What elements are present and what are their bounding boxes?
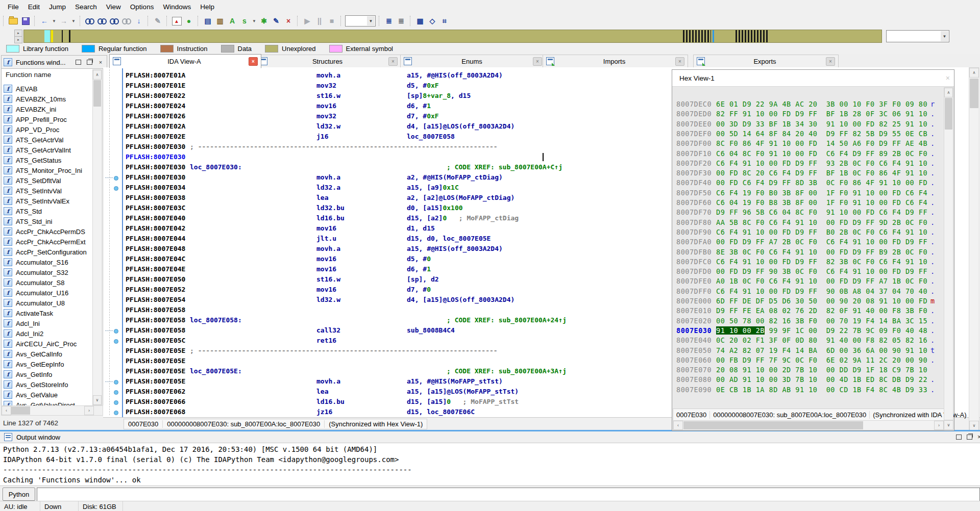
scroll-up-icon[interactable]: ∧ — [944, 88, 953, 97]
disassembly-line[interactable]: PFLASH:8007E034ld32.aa15, [a9]0x1C — [103, 183, 705, 193]
hex-horizontal-scrollbar[interactable]: ‹ › — [673, 420, 944, 430]
disassembly-line[interactable]: PFLASH:8007E058call32sub_8008B4C4 — [103, 325, 705, 336]
float-icon[interactable] — [967, 435, 972, 440]
undefine-icon[interactable]: × — [283, 15, 294, 27]
hex-row[interactable]: 8007DFA000 FD D9 FF A7 2B 0C F0 C6 F4 91… — [672, 237, 944, 247]
hex-row[interactable]: 8007DF3000 FD 8C 20 C6 F4 D9 FF BF 1B 0C… — [672, 168, 944, 178]
hex-row[interactable]: 8007DF008C F0 86 4F 91 10 00 FD 14 50 A6… — [672, 139, 944, 148]
function-item[interactable]: fAccumulator_S32 — [4, 267, 93, 277]
disassembly-line[interactable]: PFLASH:8007E05E — [103, 356, 705, 366]
close-icon[interactable]: × — [946, 74, 950, 82]
scroll-up-icon[interactable]: ∧ — [93, 70, 102, 80]
debugger-pause-icon[interactable]: || — [314, 15, 325, 27]
disassembly-line[interactable]: PFLASH:8007E030 — [103, 152, 705, 162]
hex-row[interactable]: 8007DEC06E 01 D9 22 9A 4B AC 20 3B 00 10… — [672, 99, 944, 109]
hex-row[interactable]: 8007E0006D FF DE DF D5 D6 30 50 00 90 20… — [672, 296, 944, 306]
function-item[interactable]: fAdcI_Ini — [4, 318, 93, 328]
function-item[interactable]: fAEVABZK_ini — [4, 104, 93, 114]
scrollbar-thumb[interactable] — [683, 421, 863, 429]
create-data-icon[interactable]: ▥ — [214, 15, 226, 27]
python-cli-input[interactable] — [37, 488, 980, 502]
tab-enums[interactable]: Enums× — [400, 55, 546, 68]
string-dropdown-icon[interactable]: ▼ — [251, 15, 257, 27]
disassembly-line[interactable]: PFLASH:8007E05Eloc_8007E05E:; CODE XREF:… — [103, 366, 705, 376]
disassembly-line[interactable]: PFLASH:8007E048movh.aa15, #@HIS(off_8003… — [103, 244, 705, 254]
functions-window-titlebar[interactable]: f Functions wind... × — [1, 55, 107, 69]
hex-row[interactable]: 8007E07020 08 91 10 00 2D 7B 10 00 DD D9… — [672, 365, 944, 375]
tab-close-icon[interactable]: × — [826, 57, 835, 66]
function-item[interactable]: fAirCECU_AirC_Proc — [4, 339, 93, 349]
function-item[interactable]: fAvs_GetCalInfo — [4, 349, 93, 359]
disassembly-line[interactable]: PFLASH:8007E062leaa15, [a15]@LOS(MoFAPP_… — [103, 387, 705, 397]
function-item[interactable]: fActivateTask — [4, 308, 93, 318]
disassembly-line[interactable]: PFLASH:8007E04Cmov16d5, #0 — [103, 254, 705, 264]
flow-chart-icon[interactable]: ◇ — [427, 15, 438, 27]
functions-column-header[interactable]: Function name — [6, 71, 51, 79]
disassembly-line[interactable]: PFLASH:8007E068jz16d15, loc_8007E06C — [103, 407, 705, 417]
open-file-icon[interactable] — [8, 15, 19, 27]
function-item[interactable]: fAvs_GetStoreInfo — [4, 379, 93, 390]
status-dropdown-icon[interactable]: ∨ — [934, 411, 943, 419]
disassembly-line[interactable]: PFLASH:8007E03Cld32.bud0, [a15]0x100 — [103, 203, 705, 213]
hex-row[interactable]: 8007DFB08E 3B 0C F0 C6 F4 91 10 00 FD D9… — [672, 247, 944, 257]
disassembly-line[interactable]: PFLASH:8007E04Emov16d6, #1 — [103, 264, 705, 274]
hex-row[interactable]: 8007DF60C6 04 19 F0 B8 3B 8F 00 1F F0 91… — [672, 198, 944, 208]
maximize-icon[interactable] — [956, 435, 962, 440]
save-file-icon[interactable] — [20, 15, 31, 27]
navigate-back-icon[interactable]: ← — [39, 15, 50, 27]
hex-row[interactable]: 8007DED082 FF 91 10 00 FD D9 FF BF 1B 28… — [672, 109, 944, 119]
scroll-down-icon[interactable]: ∨ — [944, 420, 953, 430]
hex-row[interactable]: 8007DF4000 FD C6 F4 D9 FF 8D 3B 0C F0 86… — [672, 178, 944, 188]
debugger-stop-icon[interactable]: ■ — [326, 15, 337, 27]
function-item[interactable]: fAdcI_Ini2 — [4, 328, 93, 339]
hex-row[interactable]: 8007E03091 10 00 2B 99 9F 1C 00 D9 22 7B… — [672, 326, 944, 336]
menu-help[interactable]: Help — [195, 1, 219, 13]
menu-options[interactable]: Options — [126, 1, 159, 13]
hex-row[interactable]: 8007DF70D9 FF 96 5B C6 04 8C F0 91 10 00… — [672, 208, 944, 217]
scroll-down-icon[interactable]: ∨ — [969, 421, 979, 430]
debugger-selector-combo[interactable] — [345, 15, 376, 27]
scroll-down-icon[interactable]: ∨ — [93, 395, 102, 405]
function-item[interactable]: fATS_Monitor_Proc_Ini — [4, 165, 93, 175]
scroll-left-icon[interactable]: ‹ — [673, 421, 683, 430]
function-item[interactable]: fATS_GetStatus — [4, 155, 93, 165]
create-string-icon[interactable]: s — [239, 15, 250, 27]
disassembly-line[interactable]: PFLASH:8007E030; -----------------------… — [103, 142, 705, 152]
hex-vertical-scrollbar[interactable]: ∧ — [944, 87, 953, 420]
search-sequence-icon[interactable] — [109, 15, 120, 27]
hex-row[interactable]: 8007DFE0A0 1B 0C F0 C6 F4 91 10 00 FD D9… — [672, 276, 944, 286]
function-item[interactable]: fAEVAB — [4, 84, 93, 94]
function-item[interactable]: fATS_SetIntvValEx — [4, 196, 93, 206]
menu-view[interactable]: View — [102, 1, 126, 13]
function-item[interactable]: fATS_GetActrValInt — [4, 145, 93, 155]
hex-row[interactable]: 8007E05074 A2 82 07 19 F4 14 BA 6D 00 36… — [672, 346, 944, 355]
problems-icon[interactable]: ▲ — [171, 15, 182, 27]
tab-close-icon[interactable]: × — [675, 57, 684, 66]
disassembly-line[interactable]: PFLASH:8007E022st16.w[sp]8+var_8, d15 — [103, 91, 705, 101]
function-item[interactable]: fATS_SetIntvVal — [4, 186, 93, 196]
hex-row[interactable]: 8007DEE000 3D D9 33 BF 1B 34 30 91 10 00… — [672, 119, 944, 129]
function-item[interactable]: fAccPr_SetConfiguration — [4, 247, 93, 257]
search-again-icon[interactable] — [121, 15, 132, 27]
disassembly-line[interactable]: PFLASH:8007E052mov16d7, #0 — [103, 285, 705, 295]
search-text-icon[interactable] — [96, 15, 108, 27]
function-item[interactable]: fAvs_GetValue — [4, 390, 93, 400]
disassembly-line[interactable]: PFLASH:8007E050st16.w[sp], d2 — [103, 274, 705, 285]
disassembly-line[interactable]: PFLASH:8007E026mov32d7, #0xF — [103, 111, 705, 121]
hex-row[interactable]: 8007DFD000 FD D9 FF 90 3B 0C F0 C6 F4 91… — [672, 267, 944, 276]
edit-comment-icon[interactable]: ✎ — [271, 15, 282, 27]
hex-row[interactable]: 8007DFF0C6 F4 91 10 00 FD D9 FF 90 0B A8… — [672, 287, 944, 296]
scroll-right-icon[interactable]: › — [934, 421, 944, 430]
tab-ida-view-a[interactable]: IDA View-A× — [109, 54, 261, 68]
menu-edit[interactable]: Edit — [23, 1, 44, 13]
tab-imports[interactable]: Imports× — [543, 55, 688, 68]
disassembly-line[interactable]: PFLASH:8007E058 — [103, 305, 705, 315]
hex-row[interactable]: 8007DFC0C6 F4 91 10 00 FD D9 FF 82 3B 0C… — [672, 257, 944, 267]
tab-close-icon[interactable]: × — [249, 57, 258, 66]
scrollbar-thumb[interactable] — [945, 98, 952, 130]
function-item[interactable]: fAPP_VD_Proc — [4, 124, 93, 135]
function-item[interactable]: fAPP_Prefill_Proc — [4, 114, 93, 124]
menu-search[interactable]: Search — [70, 1, 102, 13]
hex-row[interactable]: 8007DF90C6 F4 91 10 00 FD D9 FF B0 2B 0C… — [672, 227, 944, 237]
disassembly-line[interactable]: PFLASH:8007E054ld32.wd4, [a15]@LOS(off_8… — [103, 295, 705, 305]
